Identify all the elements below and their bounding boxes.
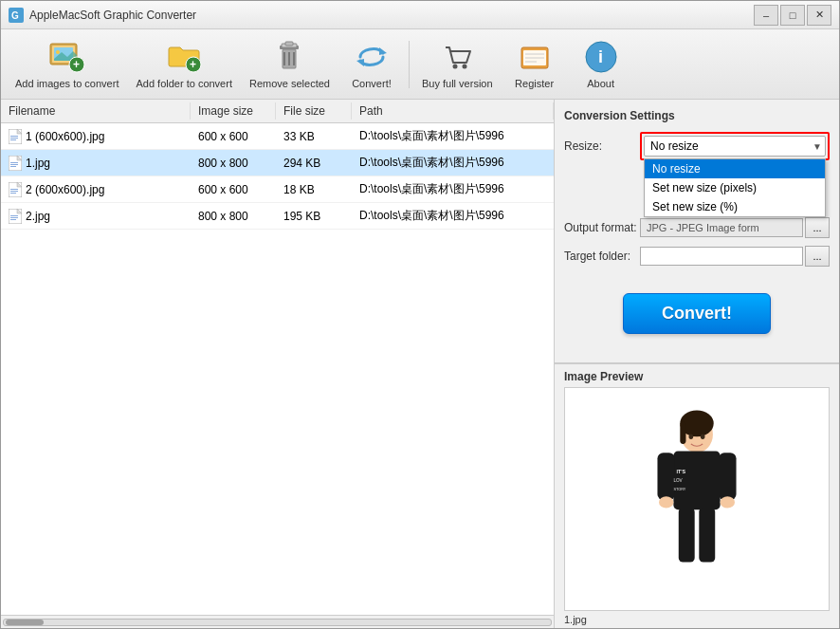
add-folder-button[interactable]: + Add folder to convert — [127, 33, 241, 95]
output-format-input[interactable] — [640, 218, 803, 237]
scrollbar-thumb[interactable] — [6, 620, 44, 625]
file-icon-1 — [9, 156, 22, 171]
close-button[interactable]: ✕ — [807, 5, 831, 26]
svg-rect-31 — [10, 136, 18, 137]
remove-selected-label: Remove selected — [249, 78, 330, 90]
maximize-button[interactable]: □ — [780, 5, 805, 26]
image-preview-title: Image Preview — [555, 364, 839, 387]
target-folder-label: Target folder: — [564, 250, 640, 263]
file-icon-3 — [9, 209, 22, 224]
cell-filesize-0: 33 KB — [276, 128, 352, 145]
cell-path-1: D:\tools\桌面\素材\图片\5996 — [352, 153, 554, 173]
conversion-settings: Conversion Settings Resize: No resize Se… — [555, 100, 839, 363]
svg-rect-41 — [10, 189, 18, 190]
minimize-button[interactable]: – — [754, 5, 778, 26]
convert-toolbar-label: Convert! — [352, 78, 392, 90]
toolbar: + Add images to convert + Add folder to … — [1, 29, 839, 100]
svg-point-5 — [56, 50, 60, 54]
preview-image: IT'S LOV STORY — [612, 409, 782, 599]
table-row[interactable]: 2.jpg 800 x 800 195 KB D:\tools\桌面\素材\图片… — [1, 203, 554, 230]
convert-button-wrapper: Convert! — [564, 274, 830, 353]
resize-label: Resize: — [564, 139, 640, 153]
svg-rect-58 — [679, 508, 695, 563]
toolbar-divider-1 — [409, 41, 410, 88]
cell-filename-2: 2 (600x600).jpg — [1, 180, 191, 199]
svg-text:LOV: LOV — [673, 478, 683, 483]
target-folder-row: Target folder: ... — [564, 246, 830, 267]
svg-text:+: + — [73, 58, 80, 71]
svg-rect-52 — [680, 422, 685, 444]
file-list-panel: Filename Image size File size Path — [1, 100, 555, 628]
conversion-settings-title: Conversion Settings — [564, 109, 830, 122]
convert-toolbar-button[interactable]: Convert! — [338, 33, 405, 95]
main-window: G AppleMacSoft Graphic Converter – □ ✕ +… — [0, 0, 840, 629]
file-icon-0 — [9, 129, 22, 144]
buy-button[interactable]: Buy full version — [413, 33, 502, 95]
table-row[interactable]: 1.jpg 800 x 800 294 KB D:\tools\桌面\素材\图片… — [1, 150, 554, 176]
about-label: About — [587, 78, 614, 90]
cell-imagesize-3: 800 x 800 — [191, 208, 276, 225]
target-folder-input[interactable] — [640, 247, 803, 266]
output-format-browse-button[interactable]: ... — [805, 217, 830, 238]
resize-dropdown-wrapper: No resize Set new size (pixels) Set new … — [640, 132, 830, 160]
resize-setting-row: Resize: No resize Set new size (pixels) … — [564, 132, 830, 160]
scrollbar-track — [3, 619, 552, 626]
remove-selected-button[interactable]: Remove selected — [241, 33, 338, 95]
svg-text:G: G — [11, 10, 19, 21]
register-icon — [516, 38, 554, 76]
about-button[interactable]: i About — [568, 33, 634, 95]
dropdown-open-list: No resize Set new size (pixels) Set new … — [644, 158, 826, 217]
svg-text:+: + — [190, 58, 196, 71]
cell-filesize-1: 294 KB — [276, 155, 352, 172]
cell-filename-0: 1 (600x600).jpg — [1, 127, 191, 146]
cell-filename-3: 2.jpg — [1, 207, 191, 226]
col-header-path: Path — [352, 102, 554, 120]
title-bar: G AppleMacSoft Graphic Converter – □ ✕ — [1, 1, 839, 29]
cell-path-2: D:\tools\桌面\素材\图片\5996 — [352, 179, 554, 199]
table-row[interactable]: 1 (600x600).jpg 600 x 600 33 KB D:\tools… — [1, 123, 554, 150]
register-button[interactable]: Register — [502, 33, 568, 95]
output-format-row: Output format: ... — [564, 217, 830, 238]
svg-rect-55 — [719, 453, 736, 500]
svg-point-56 — [659, 496, 673, 508]
cart-icon — [438, 38, 476, 76]
dropdown-option-percent[interactable]: Set new size (%) — [645, 197, 825, 216]
svg-rect-54 — [657, 453, 674, 500]
remove-icon — [270, 38, 308, 76]
svg-rect-38 — [10, 166, 16, 167]
cell-filesize-2: 18 KB — [276, 181, 352, 198]
resize-control: No resize Set new size (pixels) Set new … — [640, 132, 830, 160]
table-row[interactable]: 2 (600x600).jpg 600 x 600 18 KB D:\tools… — [1, 176, 554, 203]
svg-rect-42 — [10, 191, 18, 192]
svg-point-63 — [689, 435, 694, 439]
title-bar-left: G AppleMacSoft Graphic Converter — [9, 8, 196, 23]
svg-rect-17 — [285, 42, 293, 46]
horizontal-scrollbar[interactable] — [1, 615, 554, 628]
svg-rect-47 — [10, 217, 18, 218]
add-images-button[interactable]: + Add images to convert — [7, 33, 127, 95]
svg-rect-59 — [699, 508, 715, 563]
svg-text:STORY: STORY — [673, 488, 685, 491]
col-header-filesize: File size — [276, 102, 352, 120]
col-header-imagesize: Image size — [191, 102, 276, 120]
window-title: AppleMacSoft Graphic Converter — [29, 9, 196, 22]
add-folder-icon: + — [165, 38, 203, 76]
convert-main-button[interactable]: Convert! — [623, 293, 771, 334]
convert-icon — [353, 38, 391, 76]
right-panel: Conversion Settings Resize: No resize Se… — [555, 100, 839, 628]
svg-rect-36 — [10, 162, 18, 163]
svg-point-57 — [721, 496, 735, 508]
preview-filename-label: 1.jpg — [555, 611, 839, 628]
about-icon: i — [582, 38, 620, 76]
preview-area: IT'S LOV STORY — [564, 387, 830, 611]
svg-rect-37 — [10, 164, 18, 165]
dropdown-option-pixels[interactable]: Set new size (pixels) — [645, 178, 825, 197]
app-icon: G — [9, 8, 24, 23]
resize-dropdown[interactable]: No resize Set new size (pixels) Set new … — [644, 136, 826, 157]
dropdown-option-no-resize[interactable]: No resize — [645, 159, 825, 178]
svg-marker-18 — [379, 47, 387, 55]
svg-rect-48 — [10, 219, 16, 220]
cell-filename-1: 1.jpg — [1, 154, 191, 173]
target-folder-browse-button[interactable]: ... — [805, 246, 830, 267]
window-controls: – □ ✕ — [754, 5, 831, 26]
